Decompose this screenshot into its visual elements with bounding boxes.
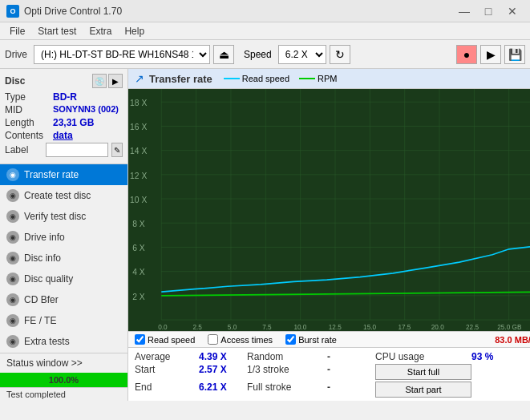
read-speed-checkbox[interactable] bbox=[135, 334, 145, 345]
access-times-cb-label: Access times bbox=[220, 335, 273, 345]
svg-text:6 X: 6 X bbox=[132, 243, 145, 253]
refresh-button[interactable]: ↻ bbox=[330, 45, 350, 64]
contents-value[interactable]: data bbox=[53, 130, 73, 141]
main-area: Disc 💿 ▶ Type BD-R MID SONYNN3 (002) Len… bbox=[0, 69, 530, 401]
eject-button[interactable]: ⏏ bbox=[213, 45, 234, 64]
label-input[interactable] bbox=[46, 143, 108, 157]
full-stroke-value: - bbox=[327, 382, 375, 398]
drive-label: Drive bbox=[5, 49, 27, 60]
nav-transfer-rate[interactable]: ◉ Transfer rate bbox=[0, 164, 127, 185]
end-label: End bbox=[135, 382, 199, 398]
maximize-button[interactable]: □ bbox=[477, 3, 500, 19]
close-button[interactable]: ✕ bbox=[501, 3, 524, 19]
menu-file[interactable]: File bbox=[3, 24, 31, 38]
svg-text:2 X: 2 X bbox=[132, 291, 145, 301]
disc-icon-2[interactable]: ▶ bbox=[108, 74, 123, 88]
chart-title: Transfer rate bbox=[149, 73, 212, 85]
app-title: Opti Drive Control 1.70 bbox=[24, 6, 122, 17]
nav-icon-cd-bfer: ◉ bbox=[6, 293, 19, 306]
disc-length-row: Length 23,31 GB bbox=[5, 117, 123, 128]
label-edit-button[interactable]: ✎ bbox=[111, 143, 123, 157]
access-times-checkbox-label[interactable]: Access times bbox=[208, 334, 273, 345]
stroke-label: 1/3 stroke bbox=[247, 364, 327, 380]
nav-icon-quality: ◉ bbox=[6, 273, 19, 285]
svg-text:18 X: 18 X bbox=[130, 97, 148, 107]
svg-text:0.0: 0.0 bbox=[158, 322, 168, 331]
start-label: Start bbox=[135, 364, 199, 380]
disc-icon-1[interactable]: 💿 bbox=[92, 74, 107, 88]
type-label: Type bbox=[5, 91, 53, 103]
minimize-button[interactable]: — bbox=[453, 3, 475, 19]
nav-icon-disc-info: ◉ bbox=[6, 252, 19, 265]
nav-label-drive: Drive info bbox=[24, 232, 65, 243]
menu-help[interactable]: Help bbox=[118, 24, 151, 38]
title-bar: O Opti Drive Control 1.70 — □ ✕ bbox=[0, 0, 530, 22]
nav-disc-quality[interactable]: ◉ Disc quality bbox=[0, 269, 127, 289]
stroke-value: - bbox=[327, 364, 375, 380]
random-label: Random bbox=[247, 351, 327, 362]
nav-icon-transfer: ◉ bbox=[6, 168, 19, 181]
label-label: Label bbox=[5, 144, 42, 155]
nav-label-cd-bfer: CD Bfer bbox=[24, 294, 59, 305]
save-button[interactable]: 💾 bbox=[504, 45, 525, 64]
legend-rpm-label: RPM bbox=[318, 74, 337, 83]
menu-start-test[interactable]: Start test bbox=[31, 24, 83, 38]
window-controls: — □ ✕ bbox=[453, 3, 524, 19]
burst-rate-cb-label: Burst rate bbox=[298, 335, 337, 345]
disc-label-row: Label ✎ bbox=[5, 143, 123, 157]
disc-type-row: Type BD-R bbox=[5, 91, 123, 103]
svg-text:16 X: 16 X bbox=[130, 122, 148, 132]
nav-label-transfer: Transfer rate bbox=[24, 169, 79, 180]
access-times-checkbox[interactable] bbox=[208, 334, 218, 345]
nav-icon-create: ◉ bbox=[6, 189, 19, 202]
end-value: 6.21 X bbox=[199, 382, 247, 398]
legend-rpm-color bbox=[299, 78, 315, 79]
toolbar: Drive (H:) HL-DT-ST BD-RE WH16NS48 1.D3 … bbox=[0, 40, 530, 69]
svg-text:17.5: 17.5 bbox=[398, 322, 411, 331]
menu-extra[interactable]: Extra bbox=[83, 24, 118, 38]
drive-select[interactable]: (H:) HL-DT-ST BD-RE WH16NS48 1.D3 bbox=[34, 45, 210, 64]
nav-cd-bfer[interactable]: ◉ CD Bfer bbox=[0, 289, 127, 310]
start-full-button[interactable]: Start full bbox=[375, 364, 471, 380]
nav-icon-extra: ◉ bbox=[6, 335, 19, 348]
svg-text:7.5: 7.5 bbox=[262, 322, 272, 331]
disc-mid-row: MID SONYNN3 (002) bbox=[5, 104, 123, 115]
read-speed-checkbox-label[interactable]: Read speed bbox=[135, 334, 195, 345]
play-button[interactable]: ▶ bbox=[480, 45, 501, 64]
avg-label: Average bbox=[135, 351, 199, 362]
chart-icon: ↗ bbox=[135, 72, 144, 85]
length-value: 23,31 GB bbox=[53, 117, 94, 128]
nav-drive-info[interactable]: ◉ Drive info bbox=[0, 227, 127, 248]
burst-rate-value: 83.0 MB/s bbox=[495, 335, 530, 345]
svg-text:10.0: 10.0 bbox=[293, 322, 306, 331]
random-value: - bbox=[327, 351, 375, 362]
legend-read-color bbox=[224, 78, 240, 79]
disc-panel: Disc 💿 ▶ Type BD-R MID SONYNN3 (002) Len… bbox=[0, 69, 127, 164]
svg-text:10 X: 10 X bbox=[130, 194, 148, 204]
start-part-button[interactable]: Start part bbox=[375, 382, 471, 398]
cpu-value: 93 % bbox=[471, 351, 530, 362]
status-text: Test completed bbox=[0, 387, 127, 401]
nav-disc-info[interactable]: ◉ Disc info bbox=[0, 248, 127, 269]
length-label: Length bbox=[5, 117, 53, 128]
chart-controls: Read speed Access times Burst rate 83.0 … bbox=[128, 331, 530, 348]
svg-text:25.0 GB: 25.0 GB bbox=[497, 322, 521, 331]
nav-extra-tests[interactable]: ◉ Extra tests bbox=[0, 331, 127, 352]
legend-rpm: RPM bbox=[299, 74, 337, 83]
disc-section-label: Disc bbox=[5, 75, 25, 87]
nav-items: ◉ Transfer rate ◉ Create test disc ◉ Ver… bbox=[0, 164, 127, 353]
speed-label: Speed bbox=[244, 49, 272, 60]
status-window-button[interactable]: Status window >> bbox=[0, 353, 127, 373]
burst-rate-label: 83.0 MB/s bbox=[495, 335, 530, 345]
content-area: ↗ Transfer rate Read speed RPM bbox=[128, 69, 530, 401]
nav-verify-test-disc[interactable]: ◉ Verify test disc bbox=[0, 206, 127, 227]
burst-rate-checkbox[interactable] bbox=[285, 334, 296, 345]
svg-text:4 X: 4 X bbox=[132, 267, 145, 277]
record-button[interactable]: ● bbox=[456, 45, 477, 64]
nav-label-create: Create test disc bbox=[24, 190, 91, 201]
svg-text:2.5: 2.5 bbox=[192, 322, 202, 331]
nav-create-test-disc[interactable]: ◉ Create test disc bbox=[0, 185, 127, 206]
burst-rate-checkbox-label[interactable]: Burst rate bbox=[285, 334, 337, 345]
nav-fe-te[interactable]: ◉ FE / TE bbox=[0, 310, 127, 331]
speed-select[interactable]: 6.2 X MAX 4.0 X 2.0 X bbox=[278, 45, 326, 64]
